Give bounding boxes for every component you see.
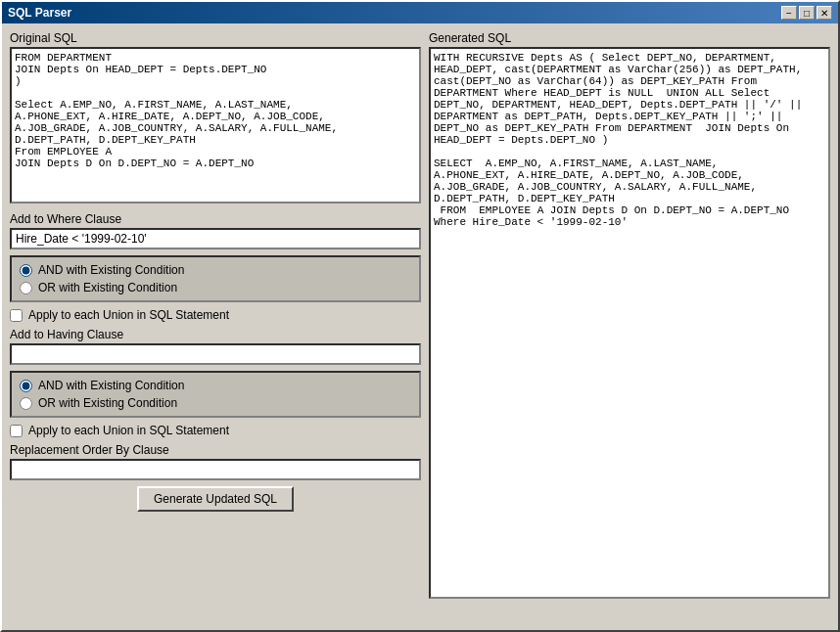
title-bar: SQL Parser − □ ✕ [2,2,838,23]
having-union-checkbox[interactable] [10,425,23,437]
where-clause-input[interactable] [10,228,421,249]
having-and-radio-text: AND with Existing Condition [38,379,184,392]
minimize-button[interactable]: − [781,6,797,20]
where-or-radio-label[interactable]: OR with Existing Condition [20,281,411,294]
where-clause-label: Add to Where Clause [10,212,421,226]
having-checkbox-text: Apply to each Union in SQL Statement [28,424,229,437]
where-and-radio[interactable] [20,264,32,277]
where-and-radio-label[interactable]: AND with Existing Condition [20,263,411,277]
having-clause-input[interactable] [10,343,421,365]
having-checkbox-label[interactable]: Apply to each Union in SQL Statement [10,424,421,437]
close-button[interactable]: ✕ [817,6,832,20]
content-area: Original SQL Add to Where Clause AND wit… [2,23,838,630]
having-or-radio-label[interactable]: OR with Existing Condition [20,396,411,410]
having-clause-label: Add to Having Clause [10,328,421,341]
order-clause-label: Replacement Order By Clause [10,443,421,457]
where-checkbox-label[interactable]: Apply to each Union in SQL Statement [10,308,421,322]
original-sql-textarea[interactable] [10,47,421,203]
having-radio-group: AND with Existing Condition OR with Exis… [10,371,421,418]
where-or-radio-text: OR with Existing Condition [38,281,177,294]
having-or-radio-text: OR with Existing Condition [38,396,177,410]
having-and-radio-label[interactable]: AND with Existing Condition [20,379,411,392]
window-title: SQL Parser [8,6,71,20]
left-panel: Original SQL Add to Where Clause AND wit… [10,31,421,622]
generated-sql-textarea[interactable] [429,47,830,599]
where-radio-group: AND with Existing Condition OR with Exis… [10,255,421,302]
window-controls: − □ ✕ [781,6,832,20]
having-or-radio[interactable] [20,397,32,410]
maximize-button[interactable]: □ [799,6,815,20]
order-clause-section: Replacement Order By Clause [10,443,421,480]
having-clause-section: Add to Having Clause [10,328,421,365]
having-and-radio[interactable] [20,380,32,392]
generated-sql-label: Generated SQL [429,31,830,45]
where-and-radio-text: AND with Existing Condition [38,263,184,277]
where-or-radio[interactable] [20,282,32,294]
where-clause-section: Add to Where Clause [10,212,421,249]
generate-button[interactable]: Generate Updated SQL [137,486,294,512]
main-window: SQL Parser − □ ✕ Original SQL Add to Whe… [0,0,840,632]
where-checkbox-text: Apply to each Union in SQL Statement [28,308,229,322]
right-panel: Generated SQL [429,31,830,599]
where-union-checkbox[interactable] [10,309,23,322]
order-clause-input[interactable] [10,459,421,480]
original-sql-label: Original SQL [10,31,421,45]
original-sql-section: Original SQL [10,31,421,206]
